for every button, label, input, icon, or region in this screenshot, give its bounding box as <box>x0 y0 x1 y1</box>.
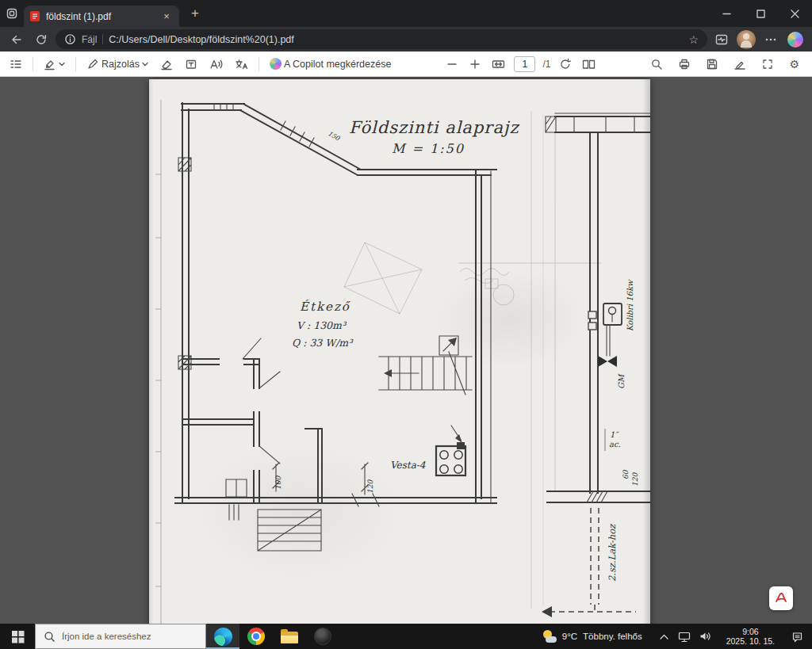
address-bar: Fájl C:/Users/Dell/Desktop/földszint%20(… <box>0 27 812 52</box>
erase-button[interactable] <box>159 56 174 72</box>
app-icon <box>314 628 331 645</box>
search-document-button[interactable] <box>649 56 665 72</box>
network-icon[interactable] <box>678 631 691 643</box>
close-button[interactable] <box>778 0 812 27</box>
windows-logo-icon <box>11 630 25 643</box>
ellipsis-icon <box>764 33 777 46</box>
plus-icon <box>469 58 481 71</box>
dim-150-label: 150 <box>327 130 342 143</box>
action-center-button[interactable] <box>782 631 812 643</box>
zoom-out-button[interactable] <box>444 56 460 72</box>
fullscreen-button[interactable] <box>760 56 776 72</box>
taskbar-app-chrome[interactable] <box>239 624 273 649</box>
refresh-button[interactable] <box>31 30 52 49</box>
translate-button[interactable] <box>233 56 250 72</box>
plan-title-label: Földszinti alaprajz <box>349 118 519 137</box>
add-text-button[interactable] <box>183 56 199 72</box>
room-name-label: Étkező <box>300 300 351 314</box>
chevron-down-icon <box>142 62 148 67</box>
browser-essentials-button[interactable] <box>711 30 732 49</box>
read-aloud-icon <box>209 58 223 71</box>
search-icon <box>44 631 56 643</box>
rotate-button[interactable] <box>557 56 573 72</box>
tab-actions-button[interactable] <box>0 0 24 27</box>
pen-icon <box>86 58 99 71</box>
stove-label: Vesta-4 <box>390 460 426 471</box>
page-number-input[interactable] <box>514 56 535 72</box>
taskbar: 9°C Többny. felhős 9:06 2025. 10. 15. <box>0 624 812 649</box>
save-button[interactable] <box>704 56 720 72</box>
pdf-viewer[interactable]: Földszinti alaprajz M = 1:50 Étkező V : … <box>0 77 812 624</box>
settings-and-more-button[interactable] <box>760 30 781 49</box>
pdf-settings-button[interactable]: ⚙ <box>787 57 801 71</box>
draw-label: Rajzolás <box>102 59 140 70</box>
table-of-contents-icon <box>10 58 22 71</box>
floor-plan-drawing: Földszinti alaprajz M = 1:50 Étkező V : … <box>149 79 650 624</box>
read-aloud-button[interactable] <box>208 56 224 72</box>
chevron-down-icon <box>59 62 65 67</box>
contents-button[interactable] <box>8 56 24 72</box>
chrome-icon <box>247 628 265 645</box>
toolbar-divider <box>75 57 76 71</box>
profile-avatar <box>737 30 756 49</box>
acrobat-promo-button[interactable] <box>769 586 793 610</box>
tab-close-icon[interactable]: × <box>159 10 174 24</box>
minimize-button[interactable] <box>710 0 744 27</box>
gas-meter-label: GM <box>617 373 626 389</box>
volume-icon[interactable] <box>699 631 712 643</box>
taskbar-clock[interactable]: 9:06 2025. 10. 15. <box>719 627 782 647</box>
tab-title: földszint (1).pdf <box>46 11 154 22</box>
dim-100-label: 100 <box>274 475 282 490</box>
print-button[interactable] <box>676 56 692 72</box>
start-button[interactable] <box>0 624 35 649</box>
edit-button[interactable] <box>732 56 748 72</box>
scan-artifacts <box>344 133 601 491</box>
scan-edge-marks <box>155 100 161 624</box>
window-controls <box>710 0 812 27</box>
translate-icon <box>235 58 248 71</box>
browser-window: földszint (1).pdf × + Fájl C:/Users/Dell… <box>0 0 812 649</box>
taskbar-app-explorer[interactable] <box>273 624 306 649</box>
address-field[interactable]: Fájl C:/Users/Dell/Desktop/földszint%20(… <box>56 29 707 49</box>
exterior-stairs <box>258 510 321 551</box>
hidden-icons-chevron[interactable] <box>659 632 669 641</box>
file-scheme-label: Fájl <box>82 34 97 45</box>
weather-icon <box>542 630 557 643</box>
draw-button[interactable]: Rajzolás <box>85 56 150 72</box>
taskbar-app-edge[interactable] <box>206 624 239 649</box>
fit-to-width-button[interactable] <box>490 56 507 72</box>
edit-pencil-icon <box>733 58 746 71</box>
pipe-material-label: ac. <box>609 440 621 449</box>
printer-icon <box>678 58 691 71</box>
dim-120-right-label: 120 <box>631 472 639 487</box>
taskbar-app-4[interactable] <box>306 624 339 649</box>
search-icon <box>650 58 663 71</box>
highlight-button[interactable] <box>42 56 67 72</box>
profile-button[interactable] <box>736 30 756 49</box>
back-button[interactable] <box>6 30 27 49</box>
workspaces-icon <box>6 7 18 20</box>
new-tab-button[interactable]: + <box>184 3 206 24</box>
page-view-button[interactable] <box>580 56 597 72</box>
clock-date: 2025. 10. 15. <box>726 636 775 647</box>
copilot-icon <box>787 32 803 48</box>
pdf-toolbar-left: Rajzolás A Copilot megkérdezése <box>8 56 393 72</box>
info-icon[interactable] <box>64 33 76 45</box>
boiler-label: Kolibri 16kw <box>626 279 634 331</box>
copilot-button[interactable] <box>785 30 806 49</box>
stairs <box>379 336 472 395</box>
clock-time: 9:06 <box>726 627 775 637</box>
maximize-button[interactable] <box>744 0 778 27</box>
address-url-text[interactable]: C:/Users/Dell/Desktop/földszint%20(1).pd… <box>109 34 683 45</box>
favorite-star-icon[interactable]: ☆ <box>688 34 699 45</box>
room-heat-label: Q : 33 W/m³ <box>292 337 354 349</box>
route-arrowhead <box>542 606 552 617</box>
fit-width-icon <box>492 58 505 71</box>
address-divider <box>102 34 103 44</box>
taskbar-search-input[interactable] <box>62 632 189 641</box>
zoom-in-button[interactable] <box>467 56 483 72</box>
taskbar-search[interactable] <box>35 624 206 649</box>
ask-copilot-button[interactable]: A Copilot megkérdezése <box>268 56 393 71</box>
weather-widget[interactable]: 9°C Többny. felhős <box>533 630 652 643</box>
browser-tab-pdf[interactable]: földszint (1).pdf × <box>24 6 179 27</box>
